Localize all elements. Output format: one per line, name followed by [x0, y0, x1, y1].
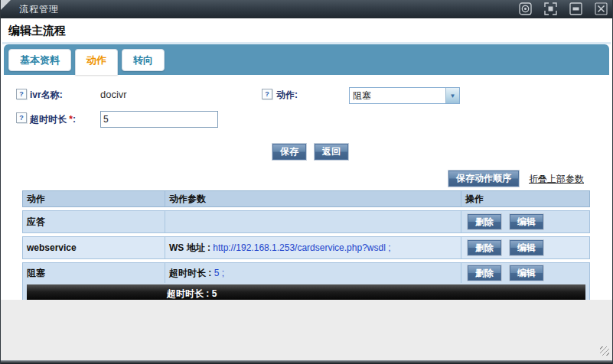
delete-button[interactable]: 删除 [468, 214, 501, 229]
row-param-label: 超时时长 : [169, 267, 214, 280]
collapse-params-link[interactable]: 折叠上部参数 [529, 173, 584, 186]
ivr-name-label: ivr名称: [30, 89, 63, 102]
tray-icon[interactable] [519, 2, 532, 15]
chevron-down-icon[interactable]: ▼ [445, 88, 459, 103]
table-row[interactable]: webservice WS 地址 : http://192.168.1.253/… [22, 236, 590, 259]
header-params: 动作参数 [165, 191, 461, 206]
action-select-value: 阻塞 [350, 89, 445, 102]
back-button[interactable]: 返回 [315, 144, 348, 160]
timeout-input[interactable] [100, 111, 218, 128]
close-icon[interactable] [595, 2, 608, 15]
row-action-name: 应答 [23, 216, 165, 229]
tab-basic-info[interactable]: 基本资料 [8, 49, 71, 71]
action-label: 动作: [276, 89, 298, 102]
help-icon[interactable]: ? [16, 112, 27, 123]
help-icon[interactable]: ? [16, 89, 27, 99]
table-row[interactable]: 阻塞 超时时长 : 5 ; 删除编辑 超时时长 : 5 [22, 262, 590, 300]
help-icon[interactable]: ? [262, 89, 272, 99]
window-body [1, 300, 612, 360]
edit-button[interactable]: 编辑 [510, 214, 543, 229]
save-action-order-button[interactable]: 保存动作顺序 [448, 171, 519, 187]
row-param-value: http://192.168.1.253/cardservice.php?wsd… [213, 242, 390, 253]
action-select[interactable]: 阻塞 ▼ [349, 87, 460, 104]
row-action-name: 阻塞 [23, 267, 165, 280]
content-panel: 编辑主流程 基本资料 动作 转向 ? ivr名称: docivr ? 动作: 阻… [1, 18, 612, 300]
ivr-name-value: docivr [100, 89, 127, 100]
maximize-icon[interactable] [544, 2, 557, 15]
page-title: 编辑主流程 [1, 18, 612, 40]
header-action: 动作 [23, 191, 165, 206]
window-bottom-frame [1, 360, 612, 364]
delete-button[interactable]: 删除 [468, 240, 501, 255]
tab-actions[interactable]: 动作 [75, 49, 118, 75]
tab-redirect[interactable]: 转向 [122, 49, 165, 71]
resize-grip-icon[interactable] [600, 346, 609, 356]
row-action-name: webservice [23, 242, 165, 253]
header-ops: 操作 [461, 191, 589, 206]
delete-button[interactable]: 删除 [468, 265, 501, 281]
titlebar: 流程管理 [1, 0, 612, 18]
table-row[interactable]: 应答 删除编辑 [22, 210, 590, 233]
tab-bar: 基本资料 动作 转向 [4, 44, 609, 75]
window-corner-decoration [1, 0, 11, 10]
edit-button[interactable]: 编辑 [510, 265, 543, 281]
timeout-label: 超时时长 *: [30, 113, 76, 126]
drag-preview-row[interactable]: 超时时长 : 5 [27, 284, 585, 300]
edit-button[interactable]: 编辑 [510, 240, 543, 255]
row-param-value: 5 ; [214, 268, 224, 278]
table-header: 动作 动作参数 操作 [22, 190, 590, 207]
actions-table: 动作 动作参数 操作 应答 删除编辑 webservice WS 地址 : ht… [22, 190, 590, 300]
row-param-label: WS 地址 : [169, 242, 213, 255]
edit-form: ? ivr名称: docivr ? 动作: 阻塞 ▼ ? 超时时长 *: 保存 … [1, 75, 612, 190]
save-button[interactable]: 保存 [272, 144, 306, 160]
minimize-icon[interactable] [569, 2, 582, 15]
window-controls [519, 2, 608, 15]
app-window: 流程管理 编辑主流程 基本资料 动作 转向 ? i [0, 0, 613, 364]
